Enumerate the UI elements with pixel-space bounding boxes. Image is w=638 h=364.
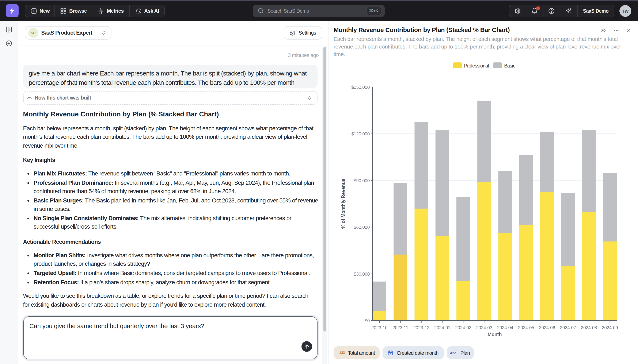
svg-text:$60,000: $60,000 <box>354 224 370 230</box>
svg-text:2024-03: 2024-03 <box>476 325 492 330</box>
svg-text:2023-10: 2023-10 <box>371 325 388 330</box>
svg-text:Month: Month <box>488 332 502 337</box>
svg-text:$30,000: $30,000 <box>354 271 370 276</box>
svg-text:$120,000: $120,000 <box>351 131 370 136</box>
svg-text:$90,000: $90,000 <box>354 178 370 183</box>
svg-text:2023-12: 2023-12 <box>413 325 429 330</box>
svg-text:2024-06: 2024-06 <box>539 325 555 330</box>
svg-text:2023-11: 2023-11 <box>393 325 408 330</box>
svg-text:2024-09: 2024-09 <box>602 325 618 330</box>
svg-text:2024-05: 2024-05 <box>518 325 534 330</box>
svg-text:2024-04: 2024-04 <box>497 325 513 330</box>
svg-text:% of Monthly Revenue: % of Monthly Revenue <box>341 178 346 228</box>
svg-text:2024-07: 2024-07 <box>560 325 576 330</box>
svg-text:$0: $0 <box>365 318 370 323</box>
svg-text:2024-01: 2024-01 <box>434 325 450 330</box>
svg-text:2024-02: 2024-02 <box>455 325 471 330</box>
svg-text:$150,000: $150,000 <box>351 84 370 90</box>
svg-text:2024-08: 2024-08 <box>581 325 597 330</box>
